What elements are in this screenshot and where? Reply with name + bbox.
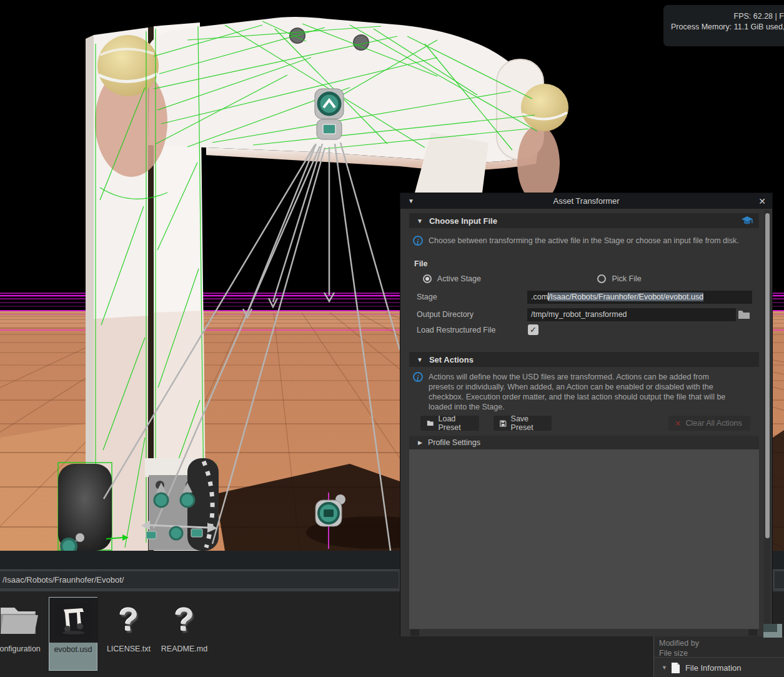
section-set-actions[interactable]: ▼ Set Actions bbox=[409, 352, 759, 367]
chevron-right-icon: ▶ bbox=[418, 439, 422, 446]
gizmo-camera-icon bbox=[317, 119, 342, 139]
folder-icon bbox=[427, 419, 434, 427]
performance-overlay: FPS: 62.28 | Fra Process Memory: 11.1 Gi… bbox=[663, 5, 784, 46]
tennis-ball-right bbox=[521, 84, 568, 131]
clear-x-icon: ✕ bbox=[675, 419, 681, 428]
file-item-license[interactable]: ? LICENSE.txt bbox=[104, 597, 153, 671]
input-info-row: i Choose between transforming the active… bbox=[413, 236, 750, 246]
stage-label: Stage bbox=[417, 293, 437, 301]
save-preset-label: Save Preset bbox=[511, 414, 545, 432]
output-directory-label: Output Directory bbox=[417, 310, 474, 319]
tutorial-cap-icon[interactable] bbox=[742, 216, 753, 225]
save-preset-button[interactable]: Save Preset bbox=[494, 416, 552, 431]
actions-info-text: Actions will define how the USD files ar… bbox=[429, 372, 728, 412]
selection-fragment bbox=[763, 624, 782, 638]
radio-selected-icon[interactable] bbox=[423, 274, 432, 283]
save-icon bbox=[500, 419, 507, 428]
load-preset-button[interactable]: Load Preset bbox=[420, 416, 479, 431]
tennis-ball-left bbox=[97, 35, 159, 96]
radio-pick-file-label: Pick File bbox=[612, 274, 641, 283]
section-collapse-icon[interactable]: ▼ bbox=[417, 218, 423, 224]
unknown-file-icon: ? bbox=[174, 601, 194, 638]
section-title: Choose Input File bbox=[429, 216, 497, 226]
path-input[interactable]: /Isaac/Robots/Fraunhofer/Evobot/ bbox=[0, 571, 399, 588]
memory-readout: Process Memory: 11.1 GiB used, bbox=[671, 22, 784, 33]
file-information-label: File Information bbox=[685, 663, 742, 673]
usd-thumbnail bbox=[55, 603, 92, 637]
isaac-sim-window: FPS: 62.28 | Fra Process Memory: 11.1 Gi… bbox=[0, 0, 784, 677]
profile-settings-label: Profile Settings bbox=[428, 438, 480, 447]
scroll-corner bbox=[748, 629, 757, 636]
radio-active-stage[interactable]: Active Stage bbox=[423, 274, 481, 283]
section-choose-input-file[interactable]: ▼ Choose Input File bbox=[409, 213, 759, 228]
info-icon: i bbox=[413, 236, 423, 246]
load-restructured-label: Load Restructured File bbox=[417, 326, 495, 334]
folder-icon bbox=[0, 603, 38, 636]
asset-transformer-dialog: ▼ Asset Transformer ✕ ▼ Choose Input Fil… bbox=[400, 193, 773, 636]
radio-unselected-icon[interactable] bbox=[597, 274, 606, 283]
stage-value-prefix: .com bbox=[531, 293, 548, 301]
clear-all-label: Clear All Actions bbox=[685, 419, 742, 428]
stage-value-selected: /Isaac/Robots/Fraunhofer/Evobot/evobot.u… bbox=[548, 293, 703, 301]
file-item-label: configuration bbox=[0, 644, 42, 654]
stage-input[interactable]: .com/Isaac/Robots/Fraunhofer/Evobot/evob… bbox=[527, 291, 752, 304]
profile-settings-header[interactable]: ▶ Profile Settings bbox=[409, 436, 759, 449]
fps-readout: FPS: 62.28 | Fra bbox=[671, 11, 784, 22]
output-directory-input[interactable]: /tmp/my_robot_transformed bbox=[527, 308, 736, 321]
file-item-label: LICENSE.txt bbox=[104, 644, 153, 654]
file-information-header[interactable]: ▼ File Information bbox=[654, 657, 784, 677]
unknown-file-icon: ? bbox=[119, 601, 139, 638]
section-collapse-icon[interactable]: ▼ bbox=[417, 356, 423, 363]
file-item-readme[interactable]: ? README.md bbox=[160, 597, 209, 671]
dialog-titlebar[interactable]: ▼ Asset Transformer ✕ bbox=[400, 193, 772, 209]
file-item-evobot-selected[interactable]: evobot.usd bbox=[49, 597, 97, 671]
close-icon[interactable]: ✕ bbox=[758, 196, 766, 206]
dialog-collapse-icon[interactable]: ▼ bbox=[408, 198, 414, 204]
load-restructured-checkbox[interactable]: ✓ bbox=[528, 324, 538, 335]
scroll-corner bbox=[410, 629, 419, 636]
radio-pick-file[interactable]: Pick File bbox=[597, 274, 642, 283]
input-info-text: Choose between transforming the active f… bbox=[429, 236, 744, 246]
file-info-panel: Modified by File size ▼ File Information bbox=[653, 636, 784, 677]
dialog-scrollbar-thumb[interactable] bbox=[765, 213, 770, 538]
section-title: Set Actions bbox=[429, 355, 474, 364]
path-input-fragment bbox=[775, 571, 784, 588]
dialog-title: Asset Transformer bbox=[414, 196, 758, 206]
load-preset-label: Load Preset bbox=[439, 414, 473, 432]
file-group-label: File bbox=[414, 259, 428, 268]
actions-info-row: i Actions will define how the USD files … bbox=[413, 372, 750, 412]
document-icon bbox=[671, 662, 680, 674]
info-icon: i bbox=[413, 372, 423, 382]
actions-empty-area bbox=[409, 449, 759, 629]
browse-folder-icon[interactable] bbox=[738, 309, 750, 319]
radio-active-stage-label: Active Stage bbox=[437, 274, 481, 283]
file-item-label: evobot.usd bbox=[49, 645, 97, 654]
chevron-down-icon: ▼ bbox=[662, 664, 667, 671]
file-item-label: README.md bbox=[160, 644, 209, 654]
file-item-configuration[interactable]: configuration bbox=[0, 597, 42, 671]
dialog-bottom-strip bbox=[400, 629, 772, 636]
modified-by-label: Modified by bbox=[654, 636, 784, 648]
wheel bbox=[58, 464, 112, 551]
clear-all-actions-button[interactable]: ✕ Clear All Actions bbox=[668, 416, 750, 431]
output-directory-value: /tmp/my_robot_transformed bbox=[531, 310, 627, 319]
